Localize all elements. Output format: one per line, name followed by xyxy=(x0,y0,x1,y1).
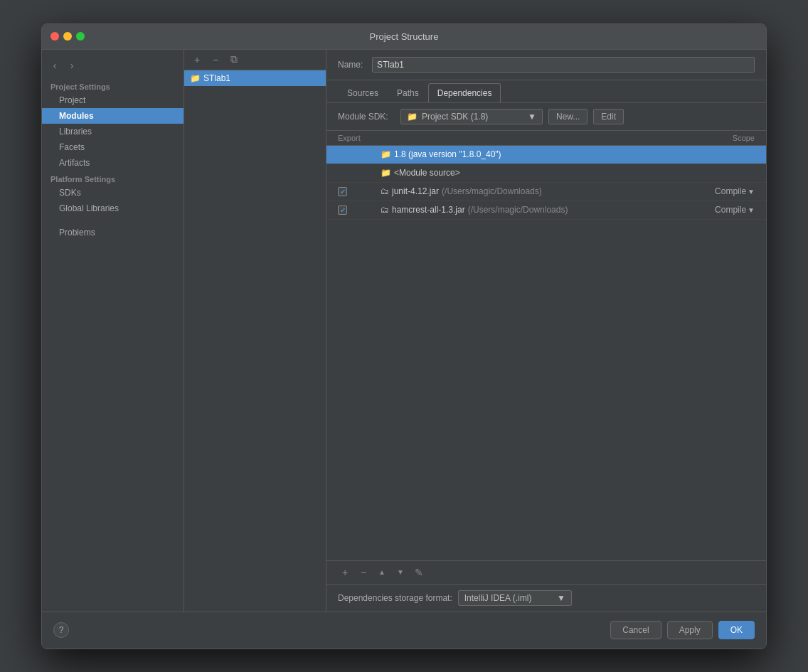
storage-row: Dependencies storage format: IntelliJ ID… xyxy=(326,584,766,612)
dep-name: <Module source> xyxy=(394,168,460,178)
forward-arrow[interactable]: › xyxy=(65,58,79,73)
sidebar-item-facets[interactable]: Facets xyxy=(42,139,184,155)
nav-arrows: ‹ › xyxy=(42,55,184,78)
export-checkbox[interactable]: ✔ xyxy=(338,206,347,215)
dep-path: (/Users/magic/Downloads) xyxy=(468,205,568,215)
edit-sdk-button[interactable]: Edit xyxy=(593,109,624,124)
traffic-lights xyxy=(51,32,85,41)
move-down-button[interactable]: ▼ xyxy=(393,565,408,580)
name-row: Name: xyxy=(326,50,766,80)
window-title: Project Structure xyxy=(370,31,439,42)
scope-dropdown-arrow: ▼ xyxy=(748,206,755,214)
module-name-input[interactable] xyxy=(372,57,755,73)
sidebar-item-modules[interactable]: Modules xyxy=(42,108,184,124)
help-button[interactable]: ? xyxy=(53,622,69,638)
remove-dep-button[interactable]: − xyxy=(356,565,371,580)
minimize-button[interactable] xyxy=(63,32,72,41)
table-header: Export Scope xyxy=(326,131,766,146)
window-body: ‹ › Project Settings Project Modules Lib… xyxy=(42,50,766,612)
module-name: STlab1 xyxy=(203,73,230,83)
sidebar-item-sdks[interactable]: SDKs xyxy=(42,185,184,201)
jdk-folder-icon: 📁 xyxy=(381,149,391,159)
sdk-label: Module SDK: xyxy=(338,112,395,122)
new-sdk-button[interactable]: New... xyxy=(548,109,588,124)
project-structure-window: Project Structure ‹ › Project Settings P… xyxy=(41,23,767,649)
title-bar: Project Structure xyxy=(42,24,766,50)
scope-value: Compile xyxy=(715,205,746,215)
row-export-checkbox[interactable]: ✔ xyxy=(338,206,381,215)
sdk-folder-icon: 📁 xyxy=(407,112,418,122)
storage-dropdown[interactable]: IntelliJ IDEA (.iml) ▼ xyxy=(458,590,572,606)
dep-name: hamcrest-all-1.3.jar xyxy=(392,205,465,215)
edit-dep-button[interactable]: ✎ xyxy=(412,565,426,580)
export-checkbox[interactable]: ✔ xyxy=(338,187,347,196)
jar-icon: 🗂 xyxy=(381,205,389,215)
apply-button[interactable]: Apply xyxy=(667,621,713,639)
sidebar: ‹ › Project Settings Project Modules Lib… xyxy=(42,50,184,612)
table-row[interactable]: 📁 1.8 (java version "1.8.0_40") xyxy=(326,146,766,164)
content-area: + − ⧉ 📁 STlab1 Name: Sources xyxy=(184,50,766,612)
storage-value: IntelliJ IDEA (.iml) xyxy=(464,593,532,603)
tab-paths[interactable]: Paths xyxy=(388,83,428,102)
sidebar-item-problems[interactable]: Problems xyxy=(42,225,184,240)
jar-icon: 🗂 xyxy=(381,186,389,196)
sdk-value: Project SDK (1.8) xyxy=(422,112,488,122)
tab-sources[interactable]: Sources xyxy=(338,83,388,102)
bottom-buttons: Cancel Apply OK xyxy=(610,621,755,639)
sdk-dropdown[interactable]: 📁 Project SDK (1.8) ▼ xyxy=(400,109,543,124)
sidebar-item-project[interactable]: Project xyxy=(42,92,184,108)
copy-module-button[interactable]: ⧉ xyxy=(227,53,241,67)
scope-value: Compile xyxy=(715,186,746,196)
add-module-button[interactable]: + xyxy=(190,53,204,67)
table-row[interactable]: ✔ 🗂 hamcrest-all-1.3.jar (/Users/magic/D… xyxy=(326,201,766,220)
platform-settings-section: Platform Settings xyxy=(42,171,184,185)
cancel-button[interactable]: Cancel xyxy=(610,621,661,639)
table-row[interactable]: ✔ 🗂 junit-4.12.jar (/Users/magic/Downloa… xyxy=(326,183,766,201)
dep-path: (/Users/magic/Downloads) xyxy=(442,186,542,196)
close-button[interactable] xyxy=(51,32,59,41)
sidebar-item-libraries[interactable]: Libraries xyxy=(42,124,184,139)
table-row[interactable]: 📁 <Module source> xyxy=(326,164,766,183)
dep-toolbar: + − ▲ ▼ ✎ xyxy=(326,560,766,584)
tab-dependencies[interactable]: Dependencies xyxy=(428,83,501,102)
col-header-export: Export xyxy=(338,134,381,142)
col-header-name xyxy=(381,134,669,142)
sdk-dropdown-arrow: ▼ xyxy=(528,112,536,122)
dep-name: 1.8 (java version "1.8.0_40") xyxy=(394,149,501,159)
row-name-cell: 🗂 junit-4.12.jar (/Users/magic/Downloads… xyxy=(381,186,669,196)
dep-name: junit-4.12.jar xyxy=(392,186,439,196)
maximize-button[interactable] xyxy=(76,32,85,41)
storage-dropdown-arrow: ▼ xyxy=(557,593,565,603)
module-source-icon: 📁 xyxy=(381,168,391,178)
bottom-bar: ? Cancel Apply OK xyxy=(42,612,766,649)
row-scope-cell[interactable]: Compile ▼ xyxy=(669,186,755,196)
sidebar-item-artifacts[interactable]: Artifacts xyxy=(42,155,184,171)
row-scope-cell[interactable]: Compile ▼ xyxy=(669,205,755,215)
project-settings-section: Project Settings xyxy=(42,78,184,92)
module-folder-icon: 📁 xyxy=(190,73,201,83)
scope-dropdown-arrow: ▼ xyxy=(748,188,755,196)
module-item[interactable]: 📁 STlab1 xyxy=(184,70,326,86)
sidebar-item-global-libraries[interactable]: Global Libraries xyxy=(42,201,184,216)
sdk-row: Module SDK: 📁 Project SDK (1.8) ▼ New...… xyxy=(326,103,766,131)
row-name-cell: 📁 1.8 (java version "1.8.0_40") xyxy=(381,149,669,159)
ok-button[interactable]: OK xyxy=(718,621,755,639)
module-tree: + − ⧉ 📁 STlab1 xyxy=(184,50,326,612)
row-export-checkbox[interactable]: ✔ xyxy=(338,187,381,196)
dependencies-panel: Module SDK: 📁 Project SDK (1.8) ▼ New...… xyxy=(326,103,766,612)
move-up-button[interactable]: ▲ xyxy=(375,565,389,580)
row-name-cell: 📁 <Module source> xyxy=(381,168,669,178)
add-dep-button[interactable]: + xyxy=(338,565,352,580)
remove-module-button[interactable]: − xyxy=(208,53,223,67)
module-tree-toolbar: + − ⧉ xyxy=(184,50,326,70)
back-arrow[interactable]: ‹ xyxy=(48,58,62,73)
name-label: Name: xyxy=(338,60,366,70)
row-name-cell: 🗂 hamcrest-all-1.3.jar (/Users/magic/Dow… xyxy=(381,205,669,215)
right-panel: Name: Sources Paths Dependencies Module … xyxy=(326,50,766,612)
storage-label: Dependencies storage format: xyxy=(338,593,452,603)
tabs-row: Sources Paths Dependencies xyxy=(326,80,766,103)
col-header-scope: Scope xyxy=(669,134,755,142)
dependencies-table: Export Scope 📁 1.8 (java version "1.8.0_… xyxy=(326,131,766,560)
